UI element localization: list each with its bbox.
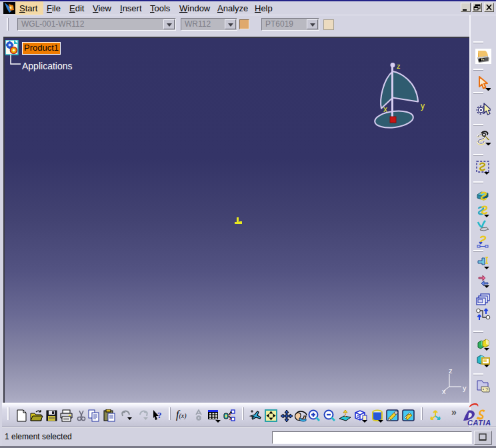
svg-text:?: ? [485, 387, 489, 393]
svg-text:y: y [463, 384, 467, 392]
svg-text:z: z [449, 367, 453, 375]
svg-text:x: x [383, 105, 387, 114]
svg-text:y: y [421, 101, 425, 111]
svg-text:z: z [397, 62, 401, 70]
svg-text:?: ? [157, 410, 162, 420]
svg-text:x: x [442, 387, 446, 395]
svg-text:CATIA: CATIA [467, 419, 491, 427]
